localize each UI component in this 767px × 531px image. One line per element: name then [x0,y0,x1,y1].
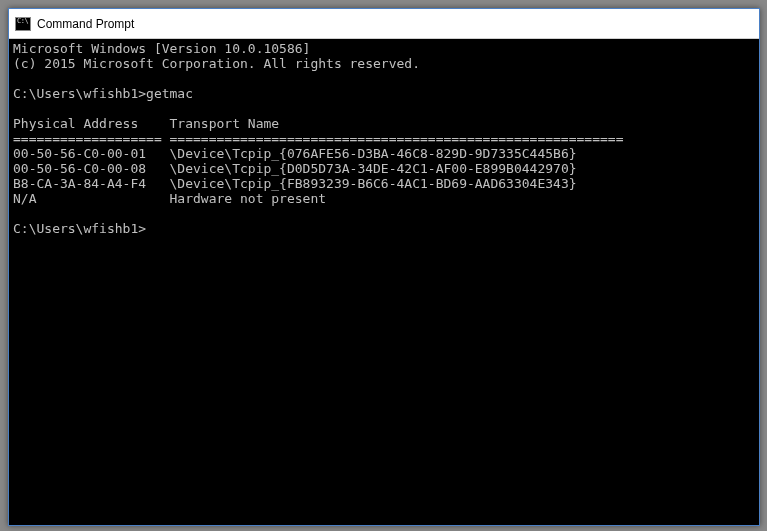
prompt-line-2: C:\Users\wfishb1> [13,221,755,236]
header-transport: Transport Name [170,116,280,131]
version-line: Microsoft Windows [Version 10.0.10586] [13,41,755,56]
cell-physical-address: 00-50-56-C0-00-01 [13,146,146,161]
blank-line [13,101,755,116]
cmd-icon: C:\ [15,17,31,31]
command-text: getmac [146,86,193,101]
prompt-line-1: C:\Users\wfishb1>getmac [13,86,755,101]
blank-line [13,71,755,86]
cell-physical-address: B8-CA-3A-84-A4-F4 [13,176,146,191]
table-row: 00-50-56-C0-00-08 \Device\Tcpip_{D0D5D73… [13,161,755,176]
table-row: 00-50-56-C0-00-01 \Device\Tcpip_{076AFE5… [13,146,755,161]
table-header: Physical Address Transport Name [13,116,755,131]
cell-physical-address: 00-50-56-C0-00-08 [13,161,146,176]
command-prompt-window: C:\ Command Prompt Microsoft Windows [Ve… [8,8,760,526]
prompt-path: C:\Users\wfishb1> [13,86,146,101]
cell-transport-name: Hardware not present [170,191,327,206]
copyright-line: (c) 2015 Microsoft Corporation. All righ… [13,56,755,71]
table-row: N/A Hardware not present [13,191,755,206]
window-title: Command Prompt [37,17,134,31]
table-row: B8-CA-3A-84-A4-F4 \Device\Tcpip_{FB89323… [13,176,755,191]
cell-physical-address: N/A [13,191,36,206]
titlebar[interactable]: C:\ Command Prompt [9,9,759,39]
cell-transport-name: \Device\Tcpip_{076AFE56-D3BA-46C8-829D-9… [170,146,577,161]
cell-transport-name: \Device\Tcpip_{D0D5D73A-34DE-42C1-AF00-E… [170,161,577,176]
prompt-path: C:\Users\wfishb1> [13,221,146,236]
terminal-output[interactable]: Microsoft Windows [Version 10.0.10586](c… [9,39,759,525]
table-separator: =================== ====================… [13,131,755,146]
blank-line [13,206,755,221]
cell-transport-name: \Device\Tcpip_{FB893239-B6C6-4AC1-BD69-A… [170,176,577,191]
header-physical: Physical Address [13,116,138,131]
